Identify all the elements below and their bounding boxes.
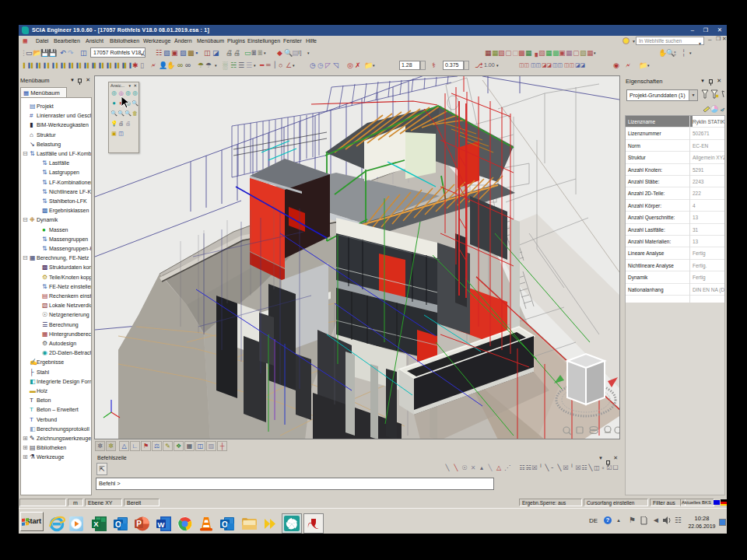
svg-text:O: O <box>115 520 121 529</box>
svg-text:W: W <box>158 520 165 529</box>
svg-text:X: X <box>93 520 99 528</box>
svg-text:P: P <box>136 520 142 528</box>
svg-text:O: O <box>222 520 228 529</box>
